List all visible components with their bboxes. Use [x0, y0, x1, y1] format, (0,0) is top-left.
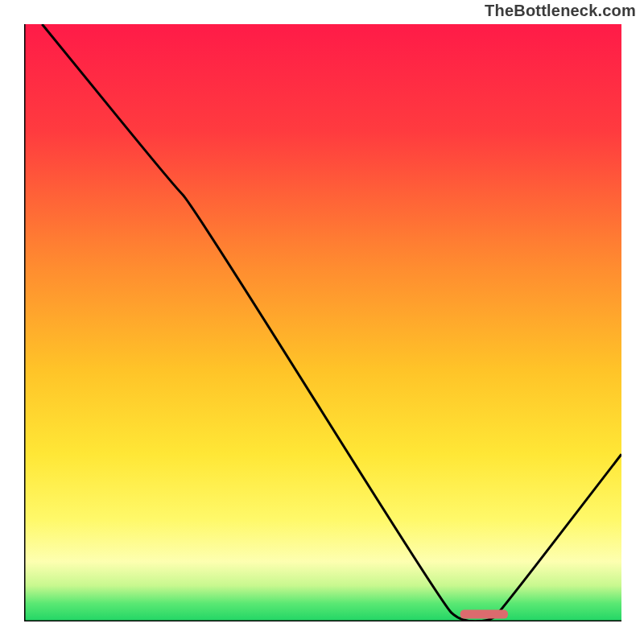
bottleneck-chart: [24, 24, 621, 621]
chart-stage: TheBottleneck.com: [0, 0, 644, 644]
optimal-marker: [460, 610, 508, 619]
source-link[interactable]: TheBottleneck.com: [485, 2, 636, 20]
